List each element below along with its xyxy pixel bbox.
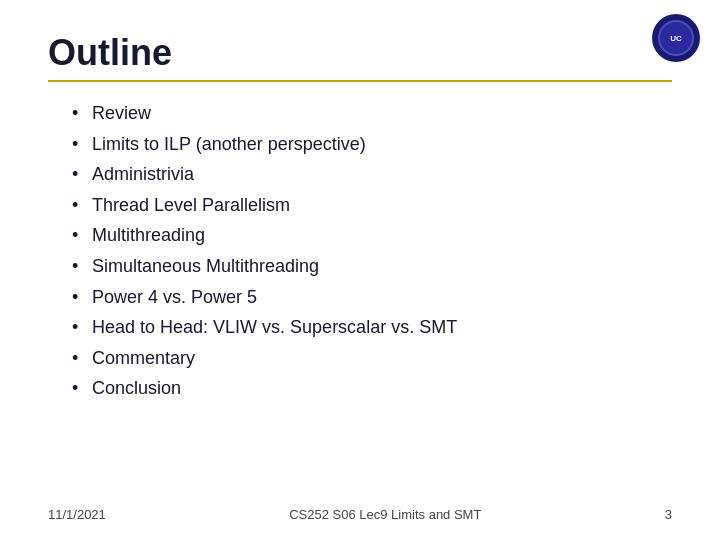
slide-title: Outline bbox=[48, 32, 672, 74]
list-item: Limits to ILP (another perspective) bbox=[72, 129, 672, 160]
list-item: Simultaneous Multithreading bbox=[72, 251, 672, 282]
slide: UC Outline ReviewLimits to ILP (another … bbox=[0, 0, 720, 540]
outline-list: ReviewLimits to ILP (another perspective… bbox=[72, 98, 672, 404]
list-item: Head to Head: VLIW vs. Superscalar vs. S… bbox=[72, 312, 672, 343]
title-divider bbox=[48, 80, 672, 82]
list-item: Conclusion bbox=[72, 373, 672, 404]
footer-page: 3 bbox=[665, 507, 672, 522]
list-item: Power 4 vs. Power 5 bbox=[72, 282, 672, 313]
list-item: Administrivia bbox=[72, 159, 672, 190]
list-item: Multithreading bbox=[72, 220, 672, 251]
footer-date: 11/1/2021 bbox=[48, 507, 106, 522]
slide-footer: 11/1/2021 CS252 S06 Lec9 Limits and SMT … bbox=[48, 507, 672, 522]
list-item: Review bbox=[72, 98, 672, 129]
footer-course: CS252 S06 Lec9 Limits and SMT bbox=[289, 507, 481, 522]
university-logo: UC bbox=[652, 14, 700, 62]
list-item: Commentary bbox=[72, 343, 672, 374]
slide-header: Outline bbox=[48, 32, 672, 82]
list-item: Thread Level Parallelism bbox=[72, 190, 672, 221]
